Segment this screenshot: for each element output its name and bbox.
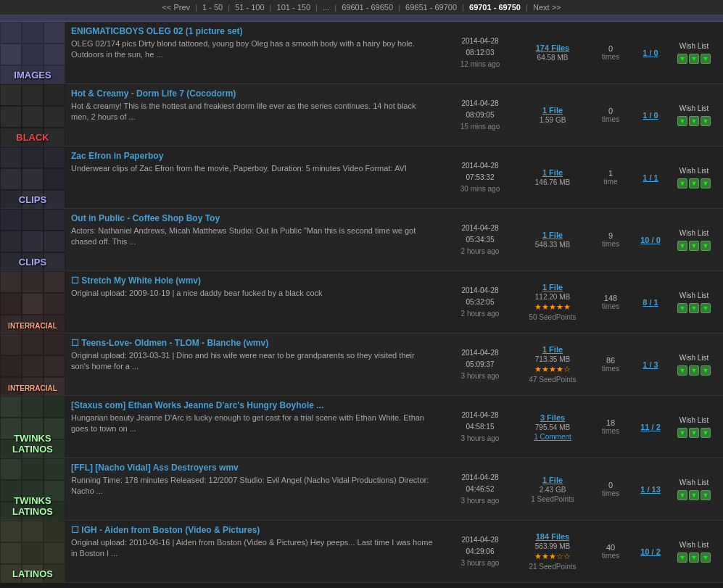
star-rating: ★★★☆☆: [534, 552, 571, 561]
download-btn-3[interactable]: ▼: [701, 552, 711, 563]
entry-title-link[interactable]: [FFL] [Nacho Vidal] Ass Destroyers wmv: [71, 463, 434, 473]
download-btn-1[interactable]: ▼: [677, 428, 687, 438]
download-btn-3[interactable]: ▼: [701, 54, 711, 64]
wish-list-label: Wish List: [679, 228, 709, 238]
sl-link[interactable]: 11 / 2: [640, 423, 661, 431]
files-link[interactable]: 174 Files: [536, 44, 569, 52]
files-link[interactable]: 1 File: [542, 106, 563, 115]
download-btn-2[interactable]: ▼: [689, 116, 699, 126]
download-btn-1[interactable]: ▼: [677, 54, 687, 64]
entry-snatched: 0 times: [585, 22, 636, 83]
wish-list-label: Wish List: [679, 353, 709, 363]
file-size: 548.33 MB: [535, 241, 570, 249]
download-btn-3[interactable]: ▼: [701, 116, 711, 126]
download-btn-3[interactable]: ▼: [701, 178, 711, 189]
entry-title-link[interactable]: ENIGMATICBOYS OLEG 02 (1 picture set): [71, 26, 434, 36]
range-1-50[interactable]: 1 - 50: [202, 3, 223, 12]
entry-title-link[interactable]: Out in Public - Coffee Shop Boy Toy: [71, 213, 434, 223]
files-link[interactable]: 1 File: [542, 345, 563, 354]
file-size: 2.43 GB: [540, 486, 566, 494]
sl-link[interactable]: 8 / 1: [643, 298, 658, 307]
download-btn-2[interactable]: ▼: [689, 54, 699, 64]
download-btn-3[interactable]: ▼: [701, 241, 711, 251]
download-btn-1[interactable]: ▼: [677, 552, 687, 563]
sl-link[interactable]: 1 / 13: [640, 485, 661, 494]
download-btn-1[interactable]: ▼: [677, 365, 687, 376]
range-101-150[interactable]: 101 - 150: [277, 3, 310, 12]
added-date: 2014-04-28: [443, 36, 517, 47]
download-btn-2[interactable]: ▼: [689, 178, 699, 189]
entry-added: 2014-04-28 05:32:05 2 hours ago: [440, 271, 520, 333]
entry-title-link[interactable]: Hot & Creamy - Dorm Life 7 (Cocodorm): [71, 88, 434, 99]
download-btn-1[interactable]: ▼: [677, 490, 687, 500]
snatched-label: times: [602, 53, 619, 61]
files-link[interactable]: 1 File: [542, 283, 563, 291]
download-btn-2[interactable]: ▼: [689, 490, 699, 500]
files-link[interactable]: 1 File: [542, 168, 563, 177]
range-51-100[interactable]: 51 - 100: [235, 3, 264, 12]
added-date: 2014-04-28: [443, 472, 517, 484]
range-69651[interactable]: 69651 - 69700: [405, 3, 457, 12]
entry-functions: Wish List ▼ ▼ ▼: [665, 209, 723, 270]
category-label: BLACK: [0, 132, 65, 143]
category-label: LATINOS: [0, 568, 65, 579]
entry-title-link[interactable]: ☐ Stretch My White Hole (wmv): [71, 276, 434, 286]
entry-description: Original upload: 2013-03-31 | Dino and h…: [71, 350, 434, 373]
sl-link[interactable]: 1 / 3: [643, 360, 658, 369]
next-link[interactable]: Next >>: [533, 3, 561, 12]
range-69601[interactable]: 69601 - 69650: [342, 3, 393, 12]
snatched-count: 1: [608, 169, 613, 178]
download-btn-3[interactable]: ▼: [701, 490, 711, 500]
download-btn-2[interactable]: ▼: [689, 428, 699, 438]
wish-list-label: Wish List: [679, 291, 709, 300]
download-btn-1[interactable]: ▼: [677, 178, 687, 189]
download-btn-1[interactable]: ▼: [677, 241, 687, 251]
sl-link[interactable]: 1 / 0: [643, 49, 658, 57]
wish-list-label: Wish List: [679, 540, 709, 550]
download-btn-3[interactable]: ▼: [701, 303, 711, 313]
download-btn-2[interactable]: ▼: [689, 365, 699, 376]
download-btn-3[interactable]: ▼: [701, 428, 711, 438]
entry-sl: 1 / 0: [636, 22, 665, 83]
comment-link[interactable]: 1 Comment: [534, 433, 571, 441]
download-btn-2[interactable]: ▼: [689, 552, 699, 563]
download-btn-2[interactable]: ▼: [689, 241, 699, 251]
download-buttons: ▼ ▼ ▼: [677, 365, 711, 376]
category-cell: LATINOS: [0, 521, 65, 582]
sl-link[interactable]: 10 / 2: [640, 547, 661, 556]
sl-link[interactable]: 10 / 0: [640, 236, 661, 244]
category-label: INTERRACIAL: [0, 384, 65, 392]
entry-description: OLEG 02/174 pics Dirty blond tattooed, y…: [71, 38, 434, 61]
entry-title-link[interactable]: Zac Efron in Paperboy: [71, 151, 434, 161]
snatched-label: times: [602, 365, 619, 373]
entry-added: 2014-04-28 05:09:37 3 hours ago: [440, 334, 520, 395]
category-cell: CLIPS: [0, 146, 65, 208]
sl-link[interactable]: 1 / 1: [643, 173, 658, 182]
snatched-label: times: [602, 427, 619, 435]
entry-title-link[interactable]: ☐ Teens-Love- Oldmen - TLOM - Blanche (w…: [71, 338, 434, 348]
prev-link[interactable]: << Prev: [162, 3, 191, 12]
files-link[interactable]: 1 File: [542, 231, 563, 239]
entry-title-link[interactable]: [Staxus com] Ethan Works Jeanne D'arc's …: [71, 400, 434, 410]
download-buttons: ▼ ▼ ▼: [677, 490, 711, 500]
entry-snatched: 40 times: [585, 521, 636, 582]
files-link[interactable]: 184 Files: [536, 532, 569, 541]
range-ellipsis[interactable]: ...: [323, 3, 329, 12]
files-link[interactable]: 3 Files: [540, 413, 565, 422]
download-btn-2[interactable]: ▼: [689, 303, 699, 313]
entry-size: 174 Files 64.58 MB: [520, 22, 585, 83]
entry-added: 2014-04-28 05:34:35 2 hours ago: [440, 209, 520, 270]
range-69701[interactable]: 69701 - 69750: [469, 3, 521, 12]
wish-list-label: Wish List: [679, 41, 709, 51]
added-time: 05:32:05: [443, 297, 517, 308]
entry-title-link[interactable]: ☐ IGH - Aiden from Boston (Video & Pictu…: [71, 525, 434, 535]
sl-link[interactable]: 1 / 0: [643, 111, 658, 120]
added-ago: 3 hours ago: [443, 370, 517, 382]
download-btn-3[interactable]: ▼: [701, 365, 711, 376]
file-size: 1.59 GB: [540, 116, 566, 124]
entry-added: 2014-04-28 08:12:03 12 mins ago: [440, 22, 520, 83]
download-btn-1[interactable]: ▼: [677, 303, 687, 313]
download-btn-1[interactable]: ▼: [677, 116, 687, 126]
files-link[interactable]: 1 File: [542, 476, 563, 484]
wish-list-label: Wish List: [679, 415, 709, 425]
